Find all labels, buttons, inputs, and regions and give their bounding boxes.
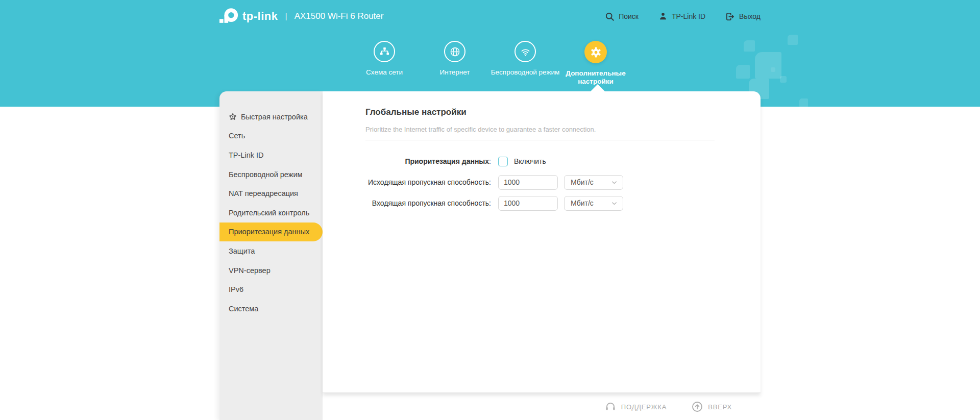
- sidebar-item-tplink-id[interactable]: TP-Link ID: [219, 145, 323, 165]
- decor-square: [788, 35, 798, 45]
- nav-wireless[interactable]: Беспроводной режим: [490, 41, 560, 86]
- sidebar-item-system[interactable]: Система: [219, 299, 323, 318]
- back-to-top-button[interactable]: ВВЕРХ: [691, 401, 732, 413]
- tp-link-logo-icon: [219, 8, 239, 25]
- network-map-icon: [379, 46, 390, 58]
- nav-internet-circle: [444, 41, 465, 62]
- upload-bandwidth-label: Исходящая пропускная способность:: [365, 178, 491, 186]
- sidebar-item-label: Защита: [229, 247, 255, 255]
- sidebar-item-network[interactable]: Сеть: [219, 127, 323, 146]
- hero-header: tp-link | AX1500 Wi-Fi 6 Router Поиск TP…: [0, 0, 980, 107]
- page-title: Глобальные настройки: [365, 107, 715, 117]
- header-actions: Поиск TP-Link ID Выход: [604, 11, 761, 22]
- main-nav: Схема сети Интернет Беспров: [349, 41, 631, 86]
- sidebar-item-label: Сеть: [229, 132, 245, 140]
- upload-bandwidth-input[interactable]: [498, 175, 558, 190]
- decor-square: [736, 65, 750, 79]
- back-to-top-label: ВВЕРХ: [708, 403, 732, 411]
- nav-network-map[interactable]: Схема сети: [349, 41, 420, 86]
- sidebar-item-label: NAT переадресация: [229, 189, 298, 197]
- search-label: Поиск: [619, 12, 639, 20]
- nav-advanced-circle: [584, 41, 607, 63]
- chevron-down-icon: [610, 200, 618, 207]
- quick-setup-gear-icon: [229, 113, 237, 121]
- sidebar-item-label: Система: [229, 305, 258, 313]
- sidebar-item-label: IPv6: [229, 285, 243, 293]
- sidebar-item-nat-forwarding[interactable]: NAT переадресация: [219, 184, 323, 203]
- nav-internet[interactable]: Интернет: [420, 41, 490, 86]
- page-footer: ПОДДЕРЖКА ВВЕРХ: [604, 398, 732, 416]
- qos-enable-row: Приоритезация данных: Включить: [365, 154, 715, 169]
- qos-enable-label: Приоритезация данных:: [365, 157, 491, 165]
- search-icon: [604, 11, 615, 22]
- gear-icon: [590, 46, 602, 59]
- tplink-id-label: TP-Link ID: [672, 12, 705, 20]
- settings-sidebar: Быстрая настройка Сеть TP-Link ID Беспро…: [219, 91, 323, 420]
- download-bandwidth-row: Входящая пропускная способность: Мбит/с: [365, 195, 715, 211]
- sidebar-item-label: Родительский контроль: [229, 209, 309, 217]
- nav-wireless-label: Беспроводной режим: [491, 68, 560, 77]
- sidebar-item-label: VPN-сервер: [229, 266, 271, 275]
- logout-icon: [725, 11, 736, 22]
- headset-icon: [604, 401, 617, 413]
- nav-network-map-circle: [374, 41, 395, 62]
- decor-square: [799, 98, 808, 107]
- chevron-down-icon: [610, 179, 618, 186]
- sidebar-item-quick-setup[interactable]: Быстрая настройка: [219, 107, 323, 127]
- sidebar-item-wireless[interactable]: Беспроводной режим: [219, 165, 323, 184]
- sidebar-item-ipv6[interactable]: IPv6: [219, 280, 323, 299]
- content-panel: Глобальные настройки Prioritize the Inte…: [323, 91, 761, 393]
- sidebar-item-label: Быстрая настройка: [241, 113, 308, 121]
- active-nav-pointer: [590, 84, 605, 92]
- sidebar-item-parental-controls[interactable]: Родительский контроль: [219, 203, 323, 223]
- sidebar-item-vpn-server[interactable]: VPN-сервер: [219, 261, 323, 280]
- globe-icon: [449, 46, 461, 58]
- download-bandwidth-label: Входящая пропускная способность:: [365, 199, 491, 207]
- decor-square: [780, 76, 787, 83]
- wifi-icon: [520, 46, 531, 58]
- download-bandwidth-input[interactable]: [498, 196, 558, 211]
- upload-unit-value: Мбит/с: [571, 178, 594, 186]
- support-label: ПОДДЕРЖКА: [621, 403, 667, 411]
- decor-square: [771, 67, 775, 72]
- download-unit-value: Мбит/с: [571, 199, 594, 207]
- nav-advanced[interactable]: Дополнительные настройки: [560, 41, 631, 86]
- enable-checkbox-label: Включить: [514, 157, 546, 165]
- upload-bandwidth-row: Исходящая пропускная способность: Мбит/с: [365, 175, 715, 190]
- page-subtitle: Prioritize the Internet traffic of speci…: [365, 126, 715, 133]
- nav-wireless-circle: [514, 41, 536, 62]
- sidebar-item-security[interactable]: Защита: [219, 241, 323, 261]
- nav-network-map-label: Схема сети: [366, 68, 403, 77]
- sidebar-item-qos[interactable]: Приоритезация данных: [219, 223, 323, 242]
- router-model-title: AX1500 Wi-Fi 6 Router: [295, 11, 384, 21]
- upload-unit-select[interactable]: Мбит/с: [564, 175, 623, 190]
- decor-square: [755, 52, 781, 79]
- user-icon: [658, 11, 668, 21]
- brand: tp-link | AX1500 Wi-Fi 6 Router: [219, 8, 383, 25]
- logout-button[interactable]: Выход: [725, 11, 761, 22]
- top-bar: tp-link | AX1500 Wi-Fi 6 Router Поиск TP…: [219, 0, 761, 33]
- logout-label: Выход: [739, 12, 761, 20]
- sidebar-item-label: Приоритезация данных: [229, 228, 309, 236]
- tplink-id-button[interactable]: TP-Link ID: [658, 11, 705, 21]
- nav-internet-label: Интернет: [440, 68, 470, 77]
- arrow-up-circle-icon: [691, 401, 703, 413]
- search-button[interactable]: Поиск: [604, 11, 639, 22]
- sidebar-item-label: TP-Link ID: [229, 151, 264, 159]
- divider: [365, 140, 715, 140]
- decor-square: [744, 40, 755, 52]
- support-button[interactable]: ПОДДЕРЖКА: [604, 401, 667, 413]
- brand-name: tp-link: [242, 10, 278, 23]
- nav-advanced-label: Дополнительные настройки: [560, 69, 631, 86]
- sidebar-item-label: Беспроводной режим: [229, 170, 303, 179]
- download-unit-select[interactable]: Мбит/с: [564, 196, 623, 211]
- brand-separator: |: [285, 12, 287, 21]
- enable-checkbox[interactable]: [498, 157, 508, 166]
- qos-global-settings-form: Приоритезация данных: Включить Исходящая…: [365, 154, 715, 211]
